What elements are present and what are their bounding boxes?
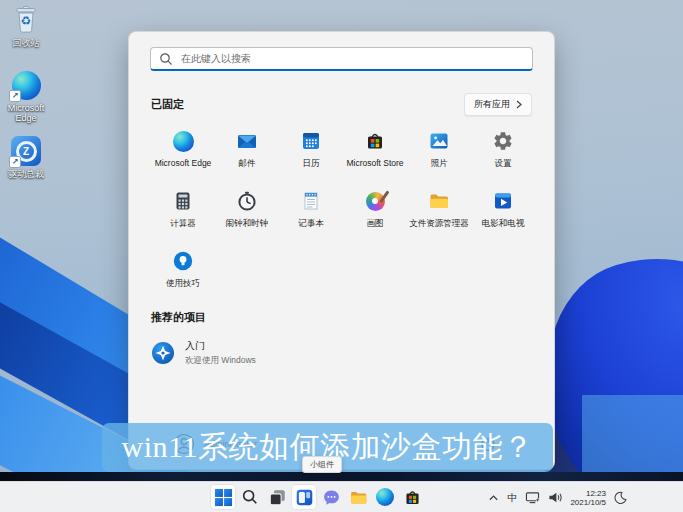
app-label: 文件资源管理器: [409, 218, 469, 230]
taskbar-edge-button[interactable]: [373, 485, 397, 509]
wallpaper-glow: [582, 395, 683, 481]
pinned-app-calendar[interactable]: 日历: [279, 126, 343, 186]
start-button[interactable]: [211, 485, 235, 509]
task-view-icon: [268, 488, 287, 507]
moon-icon: [614, 491, 627, 504]
app-label: 日历: [303, 158, 320, 170]
edge-icon: [172, 130, 194, 152]
pinned-app-edge[interactable]: Microsoft Edge: [151, 126, 215, 186]
desktop-icon-label: 驱动总裁: [8, 169, 44, 179]
taskbar-clock[interactable]: 12:23 2021/10/5: [570, 489, 606, 507]
file-explorer-folder-icon: [349, 488, 368, 507]
windows-start-icon: [214, 488, 233, 507]
chat-icon: [322, 488, 341, 507]
taskbar-store-button[interactable]: [400, 485, 424, 509]
search-input[interactable]: [150, 47, 533, 71]
app-label: Microsoft Edge: [155, 158, 212, 168]
desktop-icon-recycle-bin[interactable]: ♻ 回收站: [0, 5, 54, 48]
pinned-app-mail[interactable]: 邮件: [215, 126, 279, 186]
chat-button[interactable]: [319, 485, 343, 509]
all-apps-label: 所有应用: [474, 98, 510, 111]
clock-time: 12:23: [586, 489, 606, 498]
shortcut-arrow-icon: ↗: [9, 156, 21, 168]
widgets-button[interactable]: [292, 485, 316, 509]
settings-gear-icon: [492, 130, 514, 152]
taskbar-search-button[interactable]: [238, 485, 262, 509]
wallpaper-dark-edge: [0, 472, 683, 481]
pinned-header: 已固定: [151, 97, 184, 112]
pinned-app-notepad[interactable]: 记事本: [279, 186, 343, 246]
pinned-apps-grid: Microsoft Edge 邮件: [151, 126, 535, 306]
file-explorer-folder-icon: [428, 190, 450, 212]
pinned-app-photos[interactable]: 照片: [407, 126, 471, 186]
recommended-header: 推荐的项目: [151, 310, 206, 325]
start-menu: 已固定 所有应用 Microsoft Edge 邮件: [128, 31, 555, 470]
desktop-icon-label: Microsoft Edge: [0, 103, 54, 123]
chevron-right-icon: [516, 100, 522, 109]
app-label: 邮件: [239, 158, 256, 170]
store-icon: [403, 488, 422, 507]
calculator-icon: [172, 190, 194, 212]
ime-indicator[interactable]: 中: [507, 491, 517, 505]
mail-icon: [236, 130, 258, 152]
pinned-app-alarms[interactable]: 闹钟和时钟: [215, 186, 279, 246]
app-label: 闹钟和时钟: [226, 218, 269, 230]
desktop-icon-driver-app[interactable]: Z ↗ 驱动总裁: [0, 136, 54, 179]
pinned-app-file-explorer[interactable]: 文件资源管理器: [407, 186, 471, 246]
taskbar-icon-group: [211, 485, 424, 509]
app-label: 照片: [431, 158, 448, 170]
notepad-icon: [300, 190, 322, 212]
shortcut-arrow-icon: ↗: [9, 90, 21, 102]
recommended-item-get-started[interactable]: 入门 欢迎使用 Windows: [151, 339, 554, 367]
speaker-icon: [548, 491, 562, 504]
pinned-app-calculator[interactable]: 计算器: [151, 186, 215, 246]
taskbar: 中 12:23 2021/10/5: [0, 481, 683, 512]
edge-icon: ↗: [11, 70, 41, 100]
network-display-button[interactable]: [525, 491, 540, 504]
recommended-subtitle: 欢迎使用 Windows: [185, 355, 256, 367]
recycle-bin-icon: ♻: [11, 5, 41, 35]
movies-tv-icon: [492, 190, 514, 212]
app-label: 计算器: [170, 218, 196, 230]
recycle-symbol: ♻: [11, 14, 41, 28]
network-display-icon: [525, 491, 540, 504]
app-label: 电影和电视: [482, 218, 525, 230]
chevron-up-icon: [488, 493, 499, 502]
pinned-app-tips[interactable]: 使用技巧: [151, 246, 215, 306]
widgets-icon: [295, 488, 314, 507]
pinned-app-settings[interactable]: 设置: [471, 126, 535, 186]
tips-bulb-icon: [172, 250, 194, 272]
widgets-tooltip: 小组件: [302, 456, 342, 473]
app-label: 记事本: [298, 218, 324, 230]
pinned-app-store[interactable]: Microsoft Store: [343, 126, 407, 186]
search-icon: [241, 488, 259, 506]
task-view-button[interactable]: [265, 485, 289, 509]
app-label: 画图: [367, 218, 384, 230]
pinned-app-movies-tv[interactable]: 电影和电视: [471, 186, 535, 246]
pinned-app-paint[interactable]: 画图: [343, 186, 407, 246]
desktop-icon-edge[interactable]: ↗ Microsoft Edge: [0, 70, 54, 123]
search-icon: [159, 52, 173, 66]
app-label: 使用技巧: [166, 278, 200, 290]
app-label: Microsoft Store: [346, 158, 403, 168]
driver-app-icon: Z ↗: [11, 136, 41, 166]
clock-date: 2021/10/5: [570, 498, 606, 507]
photos-icon: [428, 130, 450, 152]
edge-icon: [376, 488, 394, 506]
alarm-clock-icon: [236, 190, 258, 212]
recommended-title: 入门: [185, 339, 256, 353]
desktop-icon-label: 回收站: [13, 38, 40, 48]
app-label: 设置: [495, 158, 512, 170]
calendar-icon: [300, 130, 322, 152]
all-apps-button[interactable]: 所有应用: [464, 93, 532, 116]
volume-button[interactable]: [548, 491, 562, 504]
taskbar-file-explorer-button[interactable]: [346, 485, 370, 509]
tray-chevron-up-button[interactable]: [488, 493, 499, 502]
get-started-icon: [151, 341, 175, 365]
system-tray: 中 12:23 2021/10/5: [488, 482, 627, 512]
focus-assist-button[interactable]: [614, 491, 627, 504]
store-icon: [364, 130, 386, 152]
paint-palette-icon: [364, 190, 386, 212]
